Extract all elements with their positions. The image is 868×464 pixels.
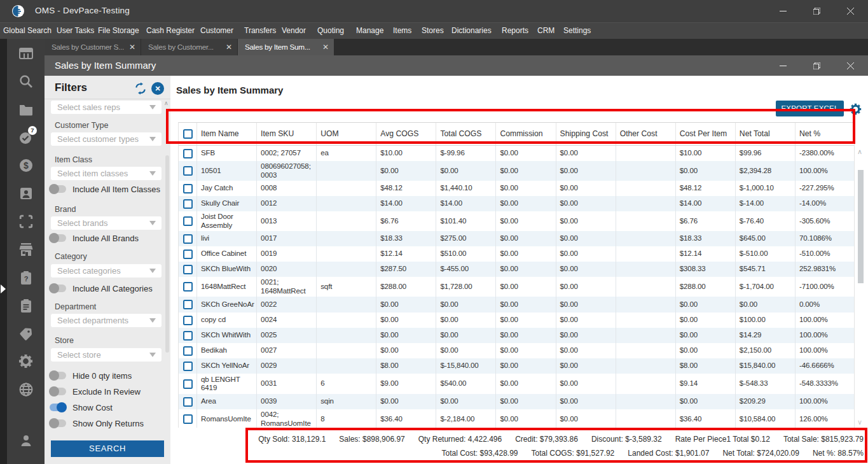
toggle-exclude-in-review[interactable]: Exclude In Review — [50, 386, 141, 397]
grid-row-16[interactable]: Area0039sqin$0.00$0.00$0.00$0.00$0.00$20… — [179, 394, 854, 409]
column-header-item-name[interactable]: Item Name — [197, 123, 257, 145]
menu-item-reports[interactable]: Reports — [502, 23, 528, 39]
grid-row-17[interactable]: RomansUomIte0042; RomansUomIte8$36.40$-2… — [179, 409, 854, 428]
grid-row-12[interactable]: SKCh WhitWith0025$0.00$0.00$0.00$0.00$0.… — [179, 328, 854, 343]
menu-item-crm[interactable]: CRM — [537, 23, 555, 39]
tab-close-icon[interactable]: ✕ — [322, 43, 329, 52]
grid-row-5[interactable]: Joist Door Assembly0013$6.76$101.40$0.00… — [179, 211, 854, 231]
tab-1[interactable]: Sales by Customer S...✕ — [45, 39, 141, 55]
globe-icon[interactable] — [7, 382, 45, 397]
clipboard-question-icon[interactable]: ? — [7, 271, 45, 286]
row-checkbox[interactable] — [183, 414, 193, 424]
row-checkbox[interactable] — [183, 331, 193, 341]
toggle-switch[interactable] — [50, 388, 66, 395]
row-checkbox[interactable] — [183, 234, 193, 244]
tab-close-icon[interactable]: ✕ — [129, 43, 135, 52]
filter-select-select-departments[interactable]: Select departments — [51, 314, 162, 327]
filters-scroll-up-icon[interactable]: ∧ — [164, 101, 169, 106]
menu-item-file-storage[interactable]: File Storage — [98, 23, 139, 39]
store-icon[interactable] — [7, 242, 45, 257]
menu-item-customer[interactable]: Customer — [200, 23, 233, 39]
column-header-item-sku[interactable]: Item SKU — [257, 123, 317, 145]
row-checkbox[interactable] — [183, 184, 193, 193]
menu-item-cash-register[interactable]: Cash Register — [146, 23, 195, 39]
menu-item-transfers[interactable]: Transfers — [244, 23, 276, 39]
tab-2[interactable]: Sales by Customer...✕ — [141, 39, 237, 55]
export-excel-button[interactable]: EXPORT EXCEL — [776, 101, 844, 116]
row-checkbox[interactable] — [183, 362, 193, 371]
row-checkbox[interactable] — [183, 346, 193, 356]
toggle-include-all-item-classes[interactable]: Include All Item Classes — [50, 184, 160, 194]
row-checkbox[interactable] — [183, 149, 193, 158]
grid-row-11[interactable]: copy cd0024$0.00$0.00$0.00$0.00$0.00$100… — [179, 313, 854, 328]
row-checkbox[interactable] — [183, 199, 193, 209]
filter-select-select-customer-types[interactable]: Select customer types — [51, 132, 162, 146]
gear-icon[interactable] — [7, 354, 45, 369]
row-checkbox[interactable] — [183, 282, 193, 292]
grid-row-8[interactable]: SKCh BlueWith0020$287.50$-455.00$0.00$0.… — [179, 262, 854, 277]
grid-settings-gear-icon[interactable] — [850, 103, 862, 115]
clipboard-list-icon[interactable] — [7, 299, 45, 314]
filter-select-select-store[interactable]: Select store — [51, 348, 162, 362]
refresh-filters-icon[interactable] — [134, 82, 147, 95]
search-button[interactable]: SEARCH — [51, 440, 164, 457]
column-header-avg-cogs[interactable]: Avg COGS — [376, 123, 436, 145]
filter-select-select-brands[interactable]: Select brands — [51, 216, 162, 230]
expand-panel-arrow-icon[interactable] — [1, 285, 6, 293]
grid-scroll-up-icon[interactable]: ∧ — [857, 148, 862, 156]
filter-select-select-categories[interactable]: Select categories — [51, 264, 162, 278]
toggle-show-only-returns[interactable]: Show Only Returns — [50, 418, 144, 428]
column-header-cost-per-item[interactable]: Cost Per Item — [676, 123, 736, 145]
inner-close-button[interactable] — [834, 55, 867, 76]
menu-item-user-tasks[interactable]: User Tasks — [57, 23, 94, 39]
menu-item-manage[interactable]: Manage — [356, 23, 383, 39]
menu-item-dictionaries[interactable]: Dictionaries — [451, 23, 492, 39]
column-header-uom[interactable]: UOM — [317, 123, 376, 145]
grid-scroll-down-icon[interactable]: ∨ — [857, 418, 862, 426]
row-checkbox[interactable] — [183, 379, 193, 389]
tag-icon[interactable] — [7, 327, 45, 342]
grid-row-15[interactable]: qb LENGHT 641900316$9.00$540.00$0.00$0.0… — [179, 374, 854, 394]
window-close-button[interactable] — [834, 0, 867, 22]
filters-scrollbar-thumb[interactable] — [165, 155, 169, 353]
window-minimize-button[interactable] — [766, 0, 800, 22]
filter-select-select-item-classes[interactable]: Select item classes — [51, 167, 162, 180]
row-checkbox[interactable] — [183, 250, 193, 259]
toggle-show-cost[interactable]: Show Cost — [50, 402, 113, 412]
column-header-net-[interactable]: Net % — [796, 123, 855, 145]
row-checkbox[interactable] — [183, 397, 193, 407]
toggle-switch[interactable] — [50, 185, 66, 193]
filter-select-select-sales-reps[interactable]: Select sales reps — [51, 101, 162, 114]
tab-close-icon[interactable]: ✕ — [226, 43, 232, 52]
column-header-net-total[interactable]: Net Total — [736, 123, 796, 145]
row-checkbox[interactable] — [183, 166, 193, 176]
grid-row-7[interactable]: Office Cabinet0019$12.14$510.00$0.00$0.0… — [179, 246, 854, 262]
grid-scrollbar-thumb[interactable] — [858, 170, 864, 283]
column-header-other-cost[interactable]: Other Cost — [616, 123, 676, 145]
row-checkbox[interactable] — [183, 316, 193, 325]
tab-3[interactable]: Sales by Item Sum...✕ — [238, 39, 334, 55]
inner-minimize-button[interactable] — [766, 55, 800, 76]
column-header-commission[interactable]: Commission — [496, 123, 556, 145]
register-icon[interactable] — [7, 46, 45, 61]
menu-item-global-search[interactable]: Global Search — [3, 23, 52, 39]
folder-icon[interactable] — [7, 102, 45, 117]
toggle-include-all-brands[interactable]: Include All Brands — [50, 233, 139, 243]
grid-row-10[interactable]: SKCh GreeNoAr0022$0.00$0.00$0.00$0.00$0.… — [179, 297, 854, 313]
grid-row-2[interactable]: 10501080696027058; 0003$0.00$0.00$0.00$0… — [179, 161, 854, 181]
person-icon[interactable] — [7, 433, 45, 448]
menu-item-vendor[interactable]: Vendor — [282, 23, 306, 39]
frame-expand-icon[interactable] — [7, 214, 45, 229]
toggle-switch[interactable] — [50, 404, 66, 411]
toggle-hide-0-qty-items[interactable]: Hide 0 qty items — [50, 370, 132, 381]
close-filters-icon[interactable]: ✕ — [151, 82, 164, 95]
window-restore-button[interactable] — [800, 0, 834, 22]
toggle-include-all-categories[interactable]: Include All Categories — [50, 283, 153, 293]
column-header-shipping-cost[interactable]: Shipping Cost — [556, 123, 616, 145]
menu-item-stores[interactable]: Stores — [422, 23, 444, 39]
toggle-switch[interactable] — [50, 285, 66, 292]
grid-row-4[interactable]: Skully Chair0012$14.00$14.00$0.00$0.00$1… — [179, 196, 854, 211]
row-checkbox[interactable] — [183, 300, 193, 309]
grid-row-14[interactable]: SKCh YellNoAr0029$8.00$-15,840.00$0.00$0… — [179, 358, 854, 374]
toggle-switch[interactable] — [50, 234, 66, 242]
